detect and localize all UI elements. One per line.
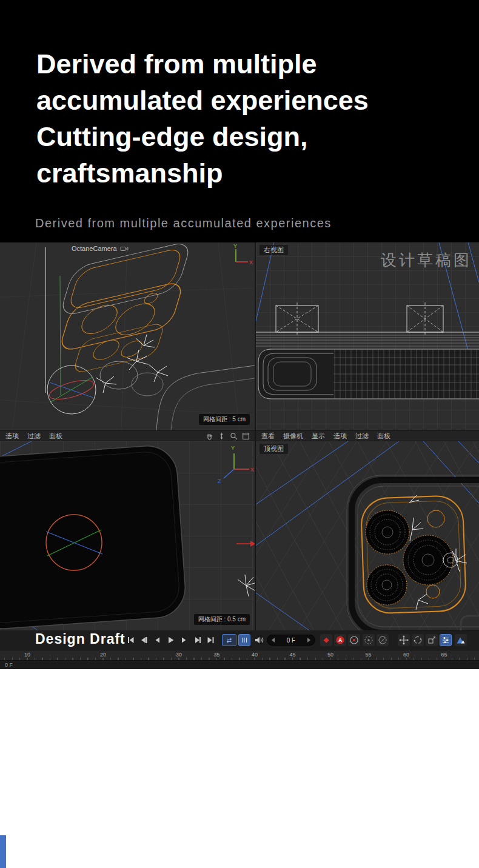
viewport-label-right[interactable]: 右视图	[260, 245, 288, 255]
menu-items: 查看摄像机显示选项过滤面板	[256, 432, 479, 441]
pla-icon	[456, 635, 466, 645]
prev-frame-button[interactable]	[151, 633, 163, 647]
loop-range-button[interactable]	[238, 634, 250, 646]
transport-controls	[124, 633, 216, 647]
play-button[interactable]	[164, 633, 176, 647]
frame-next-icon[interactable]	[307, 638, 310, 643]
axis-y-label: Y	[233, 243, 237, 249]
viewport-menubar-right: 查看摄像机显示选项过滤面板	[256, 430, 479, 441]
x-axis-arrow	[236, 541, 255, 547]
grid-spacing-badge: 网格间距 : 5 cm	[199, 414, 250, 425]
record-scale-icon	[427, 635, 437, 645]
next-key-button[interactable]	[191, 633, 203, 647]
sketch-starburst	[238, 575, 255, 596]
camera-lens-bottom	[367, 565, 407, 605]
menu-item[interactable]: 查看	[261, 432, 275, 441]
design-draft-caption: Design Draft	[35, 631, 126, 647]
menu-item[interactable]: 过滤	[355, 432, 369, 441]
axis-gizmo: Y X Z	[218, 445, 254, 484]
camera-icon	[120, 245, 129, 252]
camera-lens-top	[366, 510, 409, 554]
bump-cross-lines	[276, 302, 443, 335]
range-bars-icon	[241, 637, 248, 643]
ruler-label: 45	[289, 652, 295, 658]
viewport-front[interactable]: Y X Z 网格间距 : 0.5 cm	[0, 441, 255, 630]
camera-label[interactable]: OctaneCamera	[72, 245, 129, 252]
menu-item[interactable]: 选项	[5, 432, 19, 441]
menu-item[interactable]: 过滤	[27, 432, 41, 441]
pla-button[interactable]	[455, 634, 467, 646]
camera-bumps	[276, 305, 443, 332]
zoom-icon[interactable]	[230, 432, 238, 440]
axis-x-label: X	[250, 467, 254, 473]
prev-key-icon	[140, 636, 148, 644]
menu-item[interactable]: 面板	[49, 432, 62, 441]
keyframe-selection-button[interactable]	[348, 634, 360, 646]
autokey-button[interactable]: A	[334, 634, 346, 646]
menu-item[interactable]: 选项	[333, 432, 347, 441]
case-rim-lines	[256, 335, 479, 346]
axis-y-label: Y	[231, 445, 235, 451]
viewport-right[interactable]: 右视图 设计草稿图	[256, 242, 479, 430]
menu-item[interactable]: 面板	[377, 432, 390, 441]
sound-button[interactable]	[253, 634, 265, 646]
menu-items: 选项过滤面板	[0, 432, 206, 441]
next-key-icon	[193, 636, 201, 644]
page-title-line: craftsmanship	[36, 155, 369, 192]
perspective-canvas: Y X	[0, 242, 255, 430]
top-view-canvas	[256, 441, 479, 630]
timeline-ruler[interactable]: 10203035404550556065	[0, 650, 479, 660]
goto-start-button[interactable]	[124, 633, 136, 647]
frame-prev-icon[interactable]	[272, 638, 275, 643]
menu-item[interactable]: 显示	[312, 432, 325, 441]
ruler-label: 30	[176, 652, 182, 658]
record-parameter-icon	[441, 635, 451, 645]
phone-front	[0, 444, 187, 630]
start-frame-label: 0 F	[5, 662, 13, 668]
prev-key-button[interactable]	[138, 633, 150, 647]
record-keyframe-button[interactable]	[320, 634, 332, 646]
ruler-label: 40	[252, 652, 258, 658]
viewport-top[interactable]: 顶视图	[256, 441, 479, 630]
hero-section: Derived from multipleaccumulated experie…	[0, 0, 479, 242]
loop-button[interactable]	[222, 634, 236, 646]
record-rotation-icon	[413, 635, 423, 645]
axis-z-label: Z	[218, 478, 221, 484]
design-draft-watermark: 设计草稿图	[381, 250, 472, 271]
record-scale-toggle[interactable]	[426, 634, 438, 646]
frame-field[interactable]: 0 F	[267, 635, 315, 646]
viewport-perspective[interactable]: Y X OctaneCamera 网格间距 : 5 cm	[0, 242, 255, 430]
next-frame-icon	[180, 636, 188, 644]
viewport-label-top[interactable]: 顶视图	[260, 444, 288, 454]
record-position-toggle[interactable]	[398, 634, 410, 646]
connector-outline	[461, 616, 479, 630]
page-title-line: Derived from multiple	[36, 46, 369, 82]
frame-range-strip[interactable]: 0 F	[0, 660, 479, 669]
record-position-icon	[399, 635, 409, 645]
goto-end-icon	[207, 636, 215, 644]
exploded-sensor-plate	[72, 322, 165, 374]
record-rotation-toggle[interactable]	[412, 634, 424, 646]
ruler-label: 35	[213, 652, 219, 658]
key-filter-button[interactable]	[377, 634, 389, 646]
axis-x-label: X	[249, 259, 253, 265]
next-frame-button[interactable]	[178, 633, 190, 647]
page-title-line: Cutting-edge design,	[36, 119, 369, 155]
page: Derived from multipleaccumulated experie…	[0, 0, 479, 868]
move-arrows-icon[interactable]	[218, 432, 226, 440]
autokey-icon: A	[335, 635, 345, 645]
speaker-icon	[255, 636, 264, 644]
maximize-viewport-icon[interactable]	[242, 432, 250, 440]
record-parameter-toggle[interactable]	[440, 634, 452, 646]
page-subtitle: Derived from multiple accumulated experi…	[35, 216, 332, 230]
key-filter-icon	[378, 635, 387, 645]
pan-hand-icon[interactable]	[206, 432, 213, 440]
key-ring-button[interactable]	[363, 634, 375, 646]
play-icon	[167, 636, 175, 644]
page-title-line: accumulated experiences	[36, 82, 369, 119]
goto-end-button[interactable]	[204, 633, 216, 647]
viewport-nav-icons	[206, 432, 255, 440]
camera-label-text: OctaneCamera	[72, 245, 117, 252]
menu-item[interactable]: 摄像机	[283, 432, 303, 441]
transform-gizmo[interactable]	[47, 366, 96, 414]
